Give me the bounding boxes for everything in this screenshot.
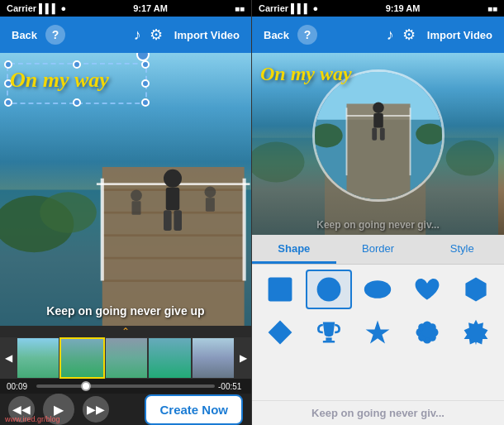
battery-icon-right: ■■ xyxy=(487,4,497,13)
shape-square[interactable] xyxy=(257,270,302,309)
timeline-frame-3[interactable] xyxy=(105,337,148,379)
svg-rect-44 xyxy=(323,341,335,343)
shape-selector: Shape Border Style xyxy=(252,235,504,400)
svg-rect-35 xyxy=(379,127,384,140)
handle-br[interactable] xyxy=(141,98,150,107)
svg-rect-15 xyxy=(132,201,141,215)
shape-hexagon[interactable] xyxy=(454,270,499,309)
svg-point-54 xyxy=(422,327,433,338)
create-now-button[interactable]: Create Now xyxy=(145,394,243,425)
timeline-frame-2[interactable] xyxy=(59,337,104,379)
watermark-text: www.ired.gr/blog xyxy=(5,415,60,423)
tab-style[interactable]: Style xyxy=(420,235,504,264)
subtitle-text-right: Keep on going never giv... xyxy=(252,219,504,231)
shape-flower[interactable] xyxy=(404,313,449,352)
circle-video-content xyxy=(315,72,442,199)
shape-grid xyxy=(252,265,504,400)
timeline-frame-4[interactable] xyxy=(148,337,191,379)
shape-cup[interactable] xyxy=(306,313,351,352)
time-start-label: 00:09 xyxy=(7,382,33,391)
shape-heart[interactable] xyxy=(404,270,449,309)
svg-point-40 xyxy=(364,280,391,298)
shape-oval[interactable] xyxy=(355,270,401,309)
svg-rect-12 xyxy=(164,210,172,231)
bottom-overflow-area: Keep on going never giv... xyxy=(252,400,504,425)
overflow-subtitle: Keep on going never giv... xyxy=(311,407,445,419)
battery-icon-left: ■■ xyxy=(235,4,245,13)
signal-icon-right: ▌▌▌ xyxy=(291,3,310,13)
shape-badge[interactable] xyxy=(454,313,499,352)
video-text-overlay-right[interactable]: On my way xyxy=(260,63,352,85)
circle-video-mask xyxy=(312,69,445,202)
wifi-icon-right: ● xyxy=(312,3,318,13)
help-button-left[interactable]: ? xyxy=(45,25,65,45)
handle-bl[interactable] xyxy=(4,98,12,107)
svg-marker-41 xyxy=(466,278,487,302)
panel-right: Carrier ▌▌▌ ● 9:19 AM ■■ Back ? ♪ ⚙ Impo… xyxy=(252,0,504,425)
nav-bar-left: Back ? ♪ ⚙ Import Video xyxy=(0,17,251,53)
back-button-left[interactable]: Back xyxy=(8,27,40,43)
shape-diamond[interactable] xyxy=(257,313,302,352)
status-carrier-right: Carrier ▌▌▌ ● xyxy=(259,3,318,13)
timeline-prev-button[interactable]: ◀ xyxy=(0,337,17,379)
video-area-right: On my way Keep on going never giv... xyxy=(252,53,504,235)
svg-rect-13 xyxy=(174,210,182,231)
svg-marker-45 xyxy=(366,321,390,344)
video-text-overlay-left[interactable]: On my way xyxy=(10,68,109,93)
circle-scene-svg xyxy=(315,72,442,199)
signal-icon-left: ▌▌▌ xyxy=(39,3,58,13)
tab-border[interactable]: Border xyxy=(336,235,421,264)
subtitle-text-left: Keep on going never give up xyxy=(0,304,251,318)
nav-left-group: Back ? xyxy=(8,25,65,45)
handle-rm[interactable] xyxy=(141,79,150,88)
import-video-button-right[interactable]: Import Video xyxy=(424,27,496,43)
svg-rect-11 xyxy=(166,187,180,210)
handle-bm[interactable] xyxy=(73,98,81,107)
handle-tr[interactable] xyxy=(141,60,150,69)
timeline-frame-5[interactable] xyxy=(192,337,235,379)
timeline-next-button[interactable]: ▶ xyxy=(235,337,251,379)
scrubber-thumb[interactable] xyxy=(81,381,91,391)
tab-shape[interactable]: Shape xyxy=(252,235,336,264)
music-icon-right[interactable]: ♪ xyxy=(387,26,394,44)
svg-point-25 xyxy=(446,141,495,176)
collapse-arrow-icon: ⌃ xyxy=(121,326,130,337)
nav-bar-right: Back ? ♪ ⚙ Import Video xyxy=(252,17,504,53)
shape-circle[interactable] xyxy=(306,270,351,309)
timeline-strip: ◀ ▶ xyxy=(0,337,251,379)
svg-rect-43 xyxy=(326,337,331,341)
gear-icon-left[interactable]: ⚙ xyxy=(150,26,163,44)
video-area-left: On my way Keep on going never give up xyxy=(0,53,251,326)
timeline-area-left: ⌃ ◀ ▶ 00:09 -00:51 ◀◀ ▶ ▶▶ Create Now xyxy=(0,326,251,425)
time-left: 9:17 AM xyxy=(133,3,168,13)
fast-forward-button[interactable]: ▶▶ xyxy=(83,396,109,423)
timeline-frame-1[interactable] xyxy=(17,337,59,379)
svg-rect-38 xyxy=(268,278,292,302)
pier-scene-left xyxy=(0,122,251,327)
rotate-handle[interactable] xyxy=(136,53,150,61)
back-button-right[interactable]: Back xyxy=(260,27,292,43)
status-bar-left: Carrier ▌▌▌ ● 9:17 AM ■■ xyxy=(0,0,251,17)
svg-point-20 xyxy=(40,192,97,233)
nav-right-group-right: ♪ ⚙ Import Video xyxy=(387,26,496,44)
timeline-frames xyxy=(17,337,235,379)
gear-icon-right[interactable]: ⚙ xyxy=(402,26,416,44)
svg-point-10 xyxy=(164,169,182,187)
svg-rect-34 xyxy=(372,127,377,140)
battery-right: ■■ xyxy=(487,4,497,13)
svg-point-32 xyxy=(373,103,383,113)
time-right: 9:19 AM xyxy=(386,3,421,13)
timeline-collapse-bar[interactable]: ⌃ xyxy=(0,326,251,337)
status-carrier-left: Carrier ▌▌▌ ● xyxy=(7,3,66,13)
shape-star[interactable] xyxy=(355,313,401,352)
music-icon-left[interactable]: ♪ xyxy=(134,26,141,44)
import-video-button-left[interactable]: Import Video xyxy=(171,27,243,43)
help-button-right[interactable]: ? xyxy=(297,25,317,45)
svg-point-14 xyxy=(131,189,142,201)
scrubber[interactable] xyxy=(36,384,215,388)
svg-marker-42 xyxy=(268,321,292,345)
svg-rect-33 xyxy=(373,113,383,127)
carrier-text-right: Carrier xyxy=(259,3,288,13)
carrier-text-left: Carrier xyxy=(7,3,36,13)
nav-right-group: ♪ ⚙ Import Video xyxy=(134,26,243,44)
